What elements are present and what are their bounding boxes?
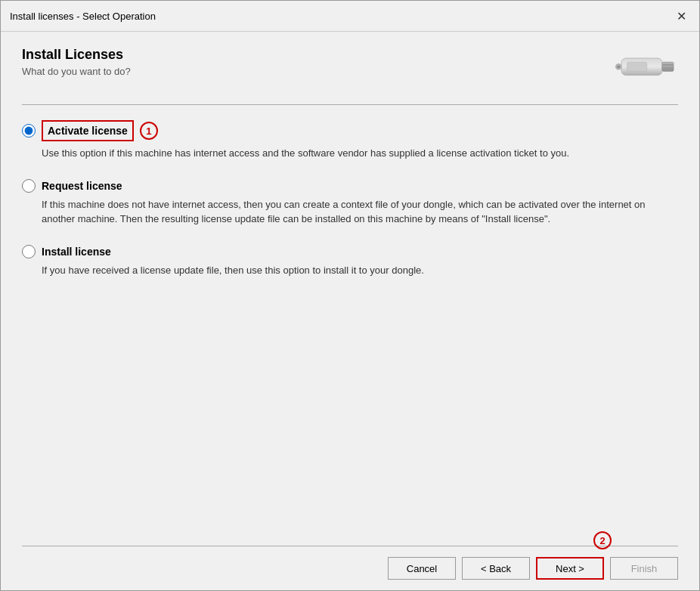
cancel-button[interactable]: Cancel xyxy=(388,557,456,580)
usb-icon xyxy=(610,47,678,92)
annotation-1: 1 xyxy=(140,122,158,140)
svg-rect-3 xyxy=(663,67,674,69)
request-label-row: Request license xyxy=(22,179,678,193)
install-title: Install license xyxy=(42,246,111,258)
content-area: Install Licenses What do you want to do? xyxy=(1,32,699,546)
activate-highlight: Activate license xyxy=(42,120,134,141)
svg-rect-2 xyxy=(663,64,674,66)
install-option: Install license If you have received a l… xyxy=(22,245,678,278)
request-desc: If this machine does not have internet a… xyxy=(42,197,678,227)
header-section: Install Licenses What do you want to do? xyxy=(22,47,678,92)
next-btn-wrapper: 2 Next > xyxy=(536,557,604,580)
activate-title: Activate license xyxy=(48,125,128,137)
main-title: Install Licenses xyxy=(22,47,595,63)
next-button[interactable]: Next > xyxy=(536,557,604,580)
activate-radio[interactable] xyxy=(22,124,36,138)
back-button[interactable]: < Back xyxy=(462,557,530,580)
header-divider xyxy=(22,104,678,105)
options-section: Activate license 1 Use this option if th… xyxy=(22,120,678,534)
footer: Cancel < Back 2 Next > Finish xyxy=(1,546,699,590)
svg-point-6 xyxy=(617,65,620,68)
request-title: Request license xyxy=(42,180,122,192)
dialog-window: Install licenses - Select Operation ✕ In… xyxy=(0,0,700,591)
request-radio[interactable] xyxy=(22,179,36,193)
activate-option: Activate license 1 Use this option if th… xyxy=(22,120,678,161)
activate-desc: Use this option if this machine has inte… xyxy=(42,146,678,161)
title-bar: Install licenses - Select Operation ✕ xyxy=(1,1,699,32)
activate-label-row: Activate license 1 xyxy=(22,120,678,141)
finish-button[interactable]: Finish xyxy=(610,557,678,580)
header-text: Install Licenses What do you want to do? xyxy=(22,47,595,77)
title-bar-text: Install licenses - Select Operation xyxy=(10,11,156,22)
annotation-2: 2 xyxy=(593,531,612,549)
subtitle: What do you want to do? xyxy=(22,66,595,77)
svg-rect-1 xyxy=(662,62,674,71)
install-label-row: Install license xyxy=(22,245,678,258)
request-option: Request license If this machine does not… xyxy=(22,179,678,227)
install-radio[interactable] xyxy=(22,245,36,258)
svg-rect-4 xyxy=(627,62,647,71)
close-button[interactable]: ✕ xyxy=(672,7,690,25)
install-desc: If you have received a license update fi… xyxy=(42,263,678,278)
